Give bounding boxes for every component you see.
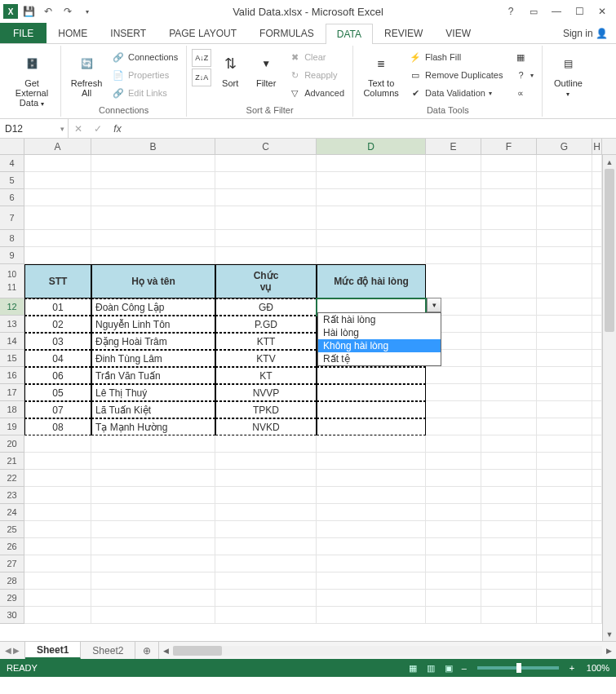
col-header-F[interactable]: F: [481, 139, 537, 154]
clear-button[interactable]: ✖Clear: [285, 49, 348, 65]
scroll-thumb[interactable]: [605, 169, 614, 332]
data-validation-button[interactable]: ✔Data Validation ▾: [405, 85, 506, 101]
row-header[interactable]: 9: [0, 247, 24, 264]
cell[interactable]: [537, 230, 592, 247]
cell[interactable]: Lê Thị Thuý: [91, 384, 215, 401]
cell[interactable]: [215, 230, 317, 247]
col-header-H[interactable]: H: [592, 139, 602, 154]
row-header[interactable]: 21: [0, 453, 24, 470]
cell[interactable]: [215, 206, 317, 230]
cell[interactable]: [215, 607, 317, 624]
cell[interactable]: [481, 316, 537, 333]
row-header[interactable]: 7: [0, 206, 24, 230]
row-header[interactable]: 25: [0, 521, 24, 538]
cell[interactable]: [481, 298, 537, 316]
tab-view[interactable]: VIEW: [434, 23, 482, 43]
cell[interactable]: [592, 155, 602, 172]
cell[interactable]: [317, 206, 426, 230]
cell[interactable]: [592, 470, 602, 487]
undo-icon[interactable]: ↶: [39, 2, 57, 20]
cell[interactable]: [317, 189, 426, 206]
cell[interactable]: [426, 538, 481, 555]
cell[interactable]: [592, 590, 602, 607]
name-box[interactable]: D12: [0, 119, 69, 138]
cell[interactable]: Chứcvụ: [215, 264, 317, 298]
cell[interactable]: [481, 155, 537, 172]
row-header[interactable]: 28: [0, 572, 24, 590]
cell[interactable]: [215, 521, 317, 538]
cell[interactable]: Trần Văn Tuấn: [91, 367, 215, 384]
cell[interactable]: [426, 607, 481, 624]
cell[interactable]: [481, 230, 537, 247]
cell[interactable]: Đặng Hoài Trâm: [91, 333, 215, 350]
cell[interactable]: [537, 264, 592, 298]
cell[interactable]: Họ và tên: [91, 264, 215, 298]
cell[interactable]: [91, 607, 215, 624]
cell[interactable]: [592, 172, 602, 189]
cell[interactable]: KT: [215, 367, 317, 384]
cell[interactable]: [537, 333, 592, 350]
cell[interactable]: [481, 418, 537, 435]
row-header[interactable]: 23: [0, 487, 24, 504]
advanced-button[interactable]: ▽Advanced: [285, 85, 348, 101]
vertical-scrollbar[interactable]: ▲ ▼: [602, 155, 616, 641]
cell[interactable]: [481, 350, 537, 367]
cell[interactable]: [592, 350, 602, 367]
cell[interactable]: [537, 453, 592, 470]
cell[interactable]: [317, 607, 426, 624]
cell[interactable]: [592, 607, 602, 624]
cell[interactable]: [592, 418, 602, 435]
cell[interactable]: [317, 367, 426, 384]
row-header[interactable]: 17: [0, 384, 24, 401]
row-header[interactable]: 5: [0, 172, 24, 189]
cell[interactable]: [481, 504, 537, 521]
cell[interactable]: Nguyễn Linh Tôn: [91, 316, 215, 333]
cell[interactable]: [426, 521, 481, 538]
cell[interactable]: NVKD: [215, 418, 317, 435]
cell[interactable]: [481, 189, 537, 206]
dropdown-item[interactable]: Hài lòng: [318, 326, 441, 339]
cell[interactable]: [481, 172, 537, 189]
cell[interactable]: [215, 435, 317, 453]
cell[interactable]: [317, 418, 426, 435]
cell[interactable]: [426, 247, 481, 264]
cell[interactable]: [481, 470, 537, 487]
cell[interactable]: [426, 572, 481, 590]
text-to-columns-button[interactable]: ≣ Text to Columns: [358, 49, 404, 98]
row-header[interactable]: 14: [0, 333, 24, 350]
tab-file[interactable]: FILE: [0, 23, 47, 43]
cell[interactable]: [481, 401, 537, 418]
cell[interactable]: [317, 487, 426, 504]
cell[interactable]: [24, 155, 91, 172]
sheet-nav[interactable]: ◀ ▶: [0, 642, 25, 659]
cell[interactable]: [426, 401, 481, 418]
cell[interactable]: [91, 247, 215, 264]
cell[interactable]: [24, 453, 91, 470]
row-header[interactable]: 19: [0, 418, 24, 435]
cell[interactable]: [317, 453, 426, 470]
row-header[interactable]: 4: [0, 155, 24, 172]
cell[interactable]: [426, 555, 481, 572]
zoom-slider[interactable]: [477, 666, 559, 670]
outline-button[interactable]: ▤ Outline▾: [547, 49, 588, 99]
row-header[interactable]: 6: [0, 189, 24, 206]
cell[interactable]: [592, 298, 602, 316]
sort-za-button[interactable]: Z↓A: [192, 69, 211, 86]
cell[interactable]: [592, 538, 602, 555]
cell[interactable]: [24, 504, 91, 521]
cell[interactable]: [91, 453, 215, 470]
cell[interactable]: [426, 590, 481, 607]
cell[interactable]: [91, 572, 215, 590]
cell[interactable]: [215, 470, 317, 487]
row-header[interactable]: 12: [0, 298, 24, 316]
cell[interactable]: [426, 435, 481, 453]
cell[interactable]: [481, 555, 537, 572]
cell[interactable]: [426, 189, 481, 206]
sort-button[interactable]: ⇅ Sort: [213, 49, 247, 88]
cell[interactable]: [426, 453, 481, 470]
ribbon-options-icon[interactable]: ▭: [523, 2, 544, 20]
cell[interactable]: [426, 367, 481, 384]
cell[interactable]: [592, 401, 602, 418]
cell[interactable]: [537, 521, 592, 538]
cell[interactable]: [215, 247, 317, 264]
